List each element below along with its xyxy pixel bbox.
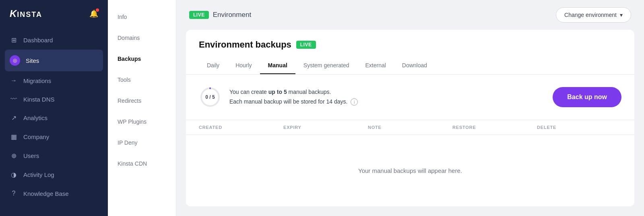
sidebar-item-dashboard[interactable]: ⊞ Dashboard xyxy=(0,31,108,50)
card-title: Environment backups LIVE xyxy=(199,39,621,50)
sidebar-item-label: Migrations xyxy=(23,77,51,84)
backup-line1: You can create up to 5 manual backups. xyxy=(229,87,358,97)
sub-nav-item-wp-plugins[interactable]: WP Plugins xyxy=(108,111,176,132)
col-created: CREATED xyxy=(199,125,283,130)
empty-state-message: Your manual backups will appear here. xyxy=(358,167,462,174)
sidebar-item-analytics[interactable]: ↗ Analytics xyxy=(0,108,108,127)
sub-nav-item-domains[interactable]: Domains xyxy=(108,27,176,48)
dashboard-icon: ⊞ xyxy=(10,36,18,44)
sidebar-item-label: Analytics xyxy=(23,114,47,121)
backup-line2-text: Each manual backup will be stored for 14… xyxy=(229,98,347,105)
sidebar-item-migrations[interactable]: → Migrations xyxy=(0,71,108,90)
knowledge-base-icon: ? xyxy=(10,190,18,197)
top-bar: LIVE Environment Change environment ▾ xyxy=(176,0,644,30)
chevron-down-icon: ▾ xyxy=(620,12,623,18)
tab-daily[interactable]: Daily xyxy=(199,57,227,74)
backup-line2: Each manual backup will be stored for 14… xyxy=(229,97,358,107)
sub-nav-item-backups[interactable]: Backups xyxy=(108,48,176,69)
backup-description: You can create up to 5 manual backups. E… xyxy=(229,87,358,107)
env-text: Environment xyxy=(213,11,251,19)
sub-nav-item-redirects[interactable]: Redirects xyxy=(108,90,176,111)
sidebar-item-label: Sites xyxy=(26,57,39,64)
tab-system-generated[interactable]: System generated xyxy=(295,57,357,74)
sidebar-item-kinsta-dns[interactable]: 〰 Kinsta DNS xyxy=(0,90,108,108)
kinsta-dns-icon: 〰 xyxy=(10,96,18,103)
sub-nav-item-info[interactable]: Info xyxy=(108,6,176,27)
info-tooltip-icon[interactable]: i xyxy=(351,98,358,106)
environment-label: LIVE Environment xyxy=(189,11,251,19)
live-badge: LIVE xyxy=(189,11,209,19)
sidebar-item-label: Kinsta DNS xyxy=(23,96,55,103)
users-icon: ⊕ xyxy=(10,152,18,160)
sidebar-item-label: Users xyxy=(23,152,39,159)
sites-icon: ◎ xyxy=(10,55,20,66)
col-note: NOTE xyxy=(368,125,452,130)
col-expiry: EXPIRY xyxy=(283,125,368,130)
backup-line1-strong: up to 5 xyxy=(268,89,287,95)
change-env-label: Change environment xyxy=(564,12,617,18)
activity-log-icon: ◑ xyxy=(10,171,18,179)
sidebar-item-label: Activity Log xyxy=(23,171,54,178)
sub-nav-item-ip-deny[interactable]: IP Deny xyxy=(108,132,176,153)
table-header: CREATED EXPIRY NOTE RESTORE DELETE xyxy=(186,120,634,135)
sidebar-item-activity-log[interactable]: ◑ Activity Log xyxy=(0,165,108,184)
sidebar-item-sites[interactable]: ◎ Sites xyxy=(5,50,103,71)
tab-download[interactable]: Download xyxy=(394,57,435,74)
card-title-text: Environment backups xyxy=(199,39,291,50)
card-live-badge: LIVE xyxy=(296,41,316,49)
progress-label: 0 / 5 xyxy=(205,94,215,100)
sub-sidebar: Info Domains Backups Tools Redirects WP … xyxy=(108,0,176,216)
logo: KINSTA xyxy=(10,8,42,19)
change-environment-button[interactable]: Change environment ▾ xyxy=(556,7,631,23)
notification-bell[interactable]: 🔔 xyxy=(89,9,98,18)
sidebar-item-users[interactable]: ⊕ Users xyxy=(0,146,108,165)
sub-nav-item-tools[interactable]: Tools xyxy=(108,69,176,90)
content-card: Environment backups LIVE Daily Hourly Ma… xyxy=(186,30,634,206)
sub-nav-item-kinsta-cdn[interactable]: Kinsta CDN xyxy=(108,153,176,174)
backup-progress-circle: 0 / 5 xyxy=(199,86,221,108)
sidebar-item-company[interactable]: ▦ Company xyxy=(0,127,108,146)
logo-area: KINSTA 🔔 xyxy=(0,0,108,27)
card-header: Environment backups LIVE Daily Hourly Ma… xyxy=(186,30,634,75)
company-icon: ▦ xyxy=(10,133,18,141)
sidebar-item-knowledge-base[interactable]: ? Knowledge Base xyxy=(0,184,108,203)
tab-external[interactable]: External xyxy=(357,57,394,74)
col-restore: RESTORE xyxy=(452,125,537,130)
tab-manual[interactable]: Manual xyxy=(260,57,295,74)
backup-line1-suffix: manual backups. xyxy=(287,89,331,95)
back-up-now-button[interactable]: Back up now xyxy=(553,87,621,107)
analytics-icon: ↗ xyxy=(10,114,18,122)
col-delete: DELETE xyxy=(537,125,621,130)
backup-info-row: 0 / 5 You can create up to 5 manual back… xyxy=(186,75,634,120)
sidebar-item-label: Dashboard xyxy=(23,37,53,44)
tab-hourly[interactable]: Hourly xyxy=(227,57,260,74)
sidebar-nav: ⊞ Dashboard ◎ Sites → Migrations 〰 Kinst… xyxy=(0,27,108,216)
tabs: Daily Hourly Manual System generated Ext… xyxy=(199,57,621,74)
sidebar-item-label: Knowledge Base xyxy=(23,190,69,197)
empty-state: Your manual backups will appear here. xyxy=(186,135,634,206)
main-content: LIVE Environment Change environment ▾ En… xyxy=(176,0,644,216)
backup-line1-prefix: You can create xyxy=(229,89,268,95)
notification-dot xyxy=(96,8,99,12)
backup-left: 0 / 5 You can create up to 5 manual back… xyxy=(199,86,358,108)
migrations-icon: → xyxy=(10,77,18,84)
sidebar-item-label: Company xyxy=(23,133,49,140)
sidebar: KINSTA 🔔 ⊞ Dashboard ◎ Sites → Migration… xyxy=(0,0,108,216)
